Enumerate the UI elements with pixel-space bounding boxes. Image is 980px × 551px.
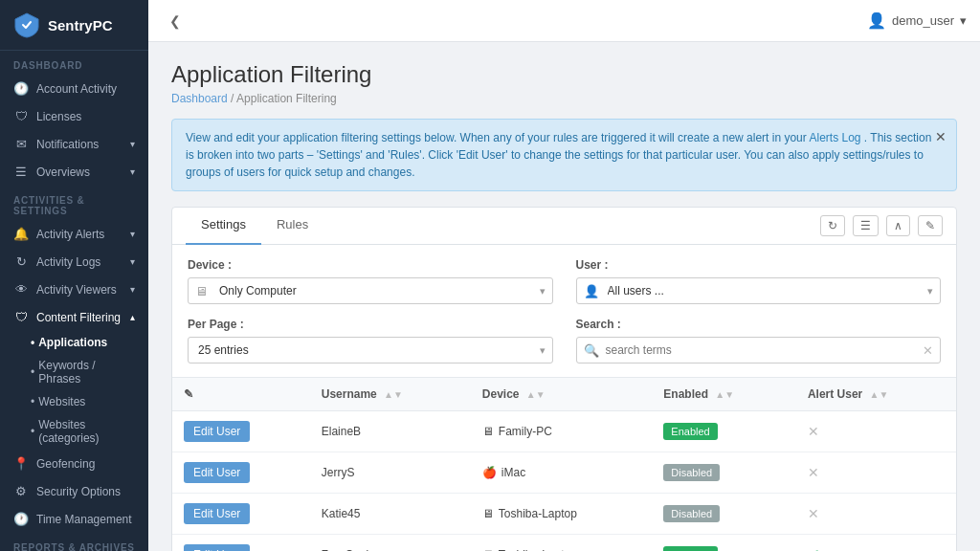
- sidebar-item-account-activity[interactable]: 🕐 Account Activity: [0, 75, 148, 102]
- sidebar-item-security-options[interactable]: ⚙ Security Options: [0, 477, 148, 505]
- collapse-button[interactable]: ∧: [886, 215, 910, 236]
- sidebar-item-geofencing[interactable]: 📍 Geofencing: [0, 450, 148, 477]
- col-edit: ✎: [172, 378, 310, 411]
- cross-icon: ✕: [808, 424, 819, 439]
- edit-cell: Edit User: [172, 452, 310, 494]
- user-filter-group: User : 👤 All users ... ElaineB JerryS Ka…: [576, 258, 942, 304]
- info-banner-text1: View and edit your application filtering…: [186, 131, 809, 144]
- users-table: ✎ Username ▲▼ Device ▲▼ Enabled ▲▼ Alert…: [172, 377, 956, 551]
- edit-user-button[interactable]: Edit User: [184, 544, 250, 551]
- apple-icon: 🍎: [482, 466, 497, 479]
- user-icon: 👤: [867, 11, 886, 30]
- username-cell: ElaineB: [310, 411, 471, 452]
- device-cell: 🍎iMac: [471, 452, 652, 494]
- user-select-wrap: 👤 All users ... ElaineB JerryS Katie45 Z…: [576, 277, 942, 304]
- col-alert-user[interactable]: Alert User ▲▼: [796, 378, 956, 411]
- sidebar-item-activity-viewers[interactable]: 👁 Activity Viewers ▾: [0, 276, 148, 303]
- sidebar-item-licenses[interactable]: 🛡 Licenses: [0, 102, 148, 130]
- page-title: Application Filtering: [171, 61, 957, 88]
- main-content: ❮ 👤 demo_user ▾ Application Filtering Da…: [148, 0, 980, 551]
- app-name: SentryPC: [48, 17, 113, 33]
- col-device[interactable]: Device ▲▼: [471, 378, 652, 411]
- search-input[interactable]: [576, 337, 942, 364]
- user-label: User :: [576, 258, 942, 272]
- per-page-select-wrap: 25 entries 10 entries 50 entries 100 ent…: [188, 337, 553, 364]
- username-cell: ZeroCool: [310, 535, 471, 552]
- sidebar-item-time-management[interactable]: 🕐 Time Management: [0, 505, 148, 533]
- alert-user-cell: ✔: [796, 535, 956, 552]
- edit-cell: Edit User: [172, 535, 310, 552]
- sidebar-item-content-filtering[interactable]: 🛡 Content Filtering ▴: [0, 303, 148, 331]
- logo: SentryPC: [0, 0, 148, 51]
- overviews-icon: ☰: [13, 165, 29, 179]
- time-management-icon: 🕐: [13, 512, 29, 526]
- col-enabled[interactable]: Enabled ▲▼: [652, 378, 796, 411]
- sidebar-item-notifications[interactable]: ✉ Notifications ▾: [0, 130, 148, 158]
- enabled-cell: Disabled: [652, 494, 796, 535]
- edit-button[interactable]: ✎: [918, 215, 943, 236]
- device-select[interactable]: Only Computer All Devices Family-PC iMac…: [188, 277, 553, 304]
- user-name: demo_user: [892, 13, 954, 28]
- search-wrap: 🔍 ✕: [576, 337, 942, 364]
- breadcrumb-current: Application Filtering: [236, 92, 337, 105]
- table-row: Edit UserZeroCool🖥Toshiba-LaptopEnabled✔: [172, 535, 956, 552]
- device-select-wrap: 🖥 Only Computer All Devices Family-PC iM…: [188, 277, 553, 304]
- sidebar-sub-item-websites[interactable]: Websites: [0, 390, 148, 413]
- sidebar-sub-item-websites-categories[interactable]: Websites (categories): [0, 413, 148, 450]
- edit-user-button[interactable]: Edit User: [184, 462, 250, 483]
- refresh-button[interactable]: ↻: [820, 215, 845, 236]
- tab-rules[interactable]: Rules: [261, 208, 323, 245]
- topbar: ❮ 👤 demo_user ▾: [148, 0, 980, 42]
- cross-icon: ✕: [808, 506, 819, 521]
- col-username[interactable]: Username ▲▼: [310, 378, 471, 411]
- sort-icon: ▲▼: [715, 389, 734, 400]
- section-dashboard: Dashboard: [0, 51, 148, 75]
- clear-search-icon[interactable]: ✕: [923, 343, 933, 358]
- chevron-down-icon: ▾: [130, 284, 135, 295]
- enabled-badge: Enabled: [663, 546, 717, 551]
- enabled-cell: Enabled: [652, 411, 796, 452]
- sort-icon: ▲▼: [526, 389, 546, 400]
- sidebar-item-activity-alerts[interactable]: 🔔 Activity Alerts ▾: [0, 220, 148, 248]
- table-wrap: ✎ Username ▲▼ Device ▲▼ Enabled ▲▼ Alert…: [172, 377, 956, 551]
- main-card: Settings Rules ↻ ☰ ∧ ✎ Device : 🖥 Only C…: [171, 207, 957, 551]
- sidebar-item-overviews[interactable]: ☰ Overviews ▾: [0, 158, 148, 186]
- account-activity-icon: 🕐: [13, 81, 29, 96]
- notifications-icon: ✉: [13, 137, 29, 151]
- enabled-cell: Enabled: [652, 535, 796, 552]
- user-menu[interactable]: 👤 demo_user ▾: [867, 11, 967, 30]
- sidebar-item-activity-logs[interactable]: ↻ Activity Logs ▾: [0, 248, 148, 276]
- table-row: Edit UserElaineB🖥Family-PCEnabled✕: [172, 411, 956, 452]
- sort-icon: ▲▼: [870, 389, 889, 400]
- alert-user-cell: ✕: [796, 452, 956, 494]
- filters-row-1: Device : 🖥 Only Computer All Devices Fam…: [172, 245, 956, 318]
- breadcrumb-dashboard[interactable]: Dashboard: [171, 92, 228, 105]
- alert-user-cell: ✕: [796, 411, 956, 452]
- collapse-sidebar-button[interactable]: ❮: [162, 10, 189, 33]
- tab-bar: Settings Rules ↻ ☰ ∧ ✎: [172, 208, 956, 245]
- alert-user-cell: ✕: [796, 494, 956, 535]
- banner-close-button[interactable]: ✕: [935, 127, 947, 147]
- list-view-button[interactable]: ☰: [853, 215, 879, 236]
- sort-icon: ▲▼: [384, 389, 403, 400]
- enabled-badge: Disabled: [663, 505, 720, 522]
- info-banner: View and edit your application filtering…: [171, 119, 957, 191]
- windows-icon: 🖥: [482, 425, 494, 438]
- sidebar-sub-item-keywords[interactable]: Keywords / Phrases: [0, 354, 148, 390]
- security-options-icon: ⚙: [13, 484, 29, 498]
- edit-user-button[interactable]: Edit User: [184, 503, 250, 524]
- user-select[interactable]: All users ... ElaineB JerryS Katie45 Zer…: [576, 277, 942, 304]
- cross-icon: ✕: [808, 465, 819, 480]
- user-icon: 👤: [584, 284, 599, 298]
- alerts-log-link[interactable]: Alerts Log: [809, 131, 860, 144]
- tab-settings[interactable]: Settings: [186, 208, 261, 245]
- per-page-select[interactable]: 25 entries 10 entries 50 entries 100 ent…: [188, 337, 553, 364]
- enabled-badge: Disabled: [663, 464, 720, 481]
- activity-viewers-icon: 👁: [13, 282, 29, 297]
- logo-icon: [13, 11, 40, 38]
- edit-icon: ✎: [184, 387, 193, 401]
- sidebar-sub-item-applications[interactable]: Applications: [0, 331, 148, 354]
- enabled-badge: Enabled: [663, 423, 717, 440]
- device-cell: 🖥Family-PC: [471, 411, 652, 452]
- edit-user-button[interactable]: Edit User: [184, 421, 250, 442]
